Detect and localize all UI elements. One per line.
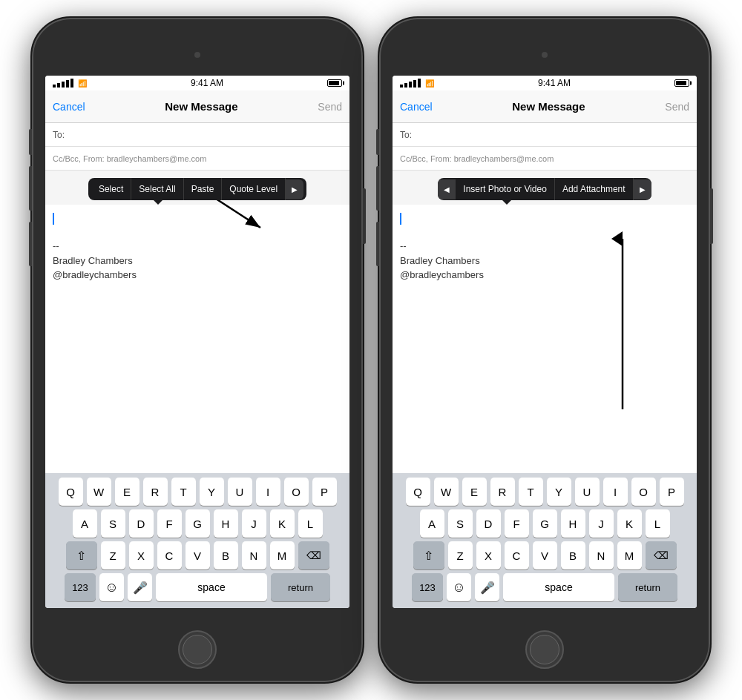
cc-field-right[interactable]: Cc/Bcc, From: bradleychambers@me.com [393, 147, 697, 171]
key-b-r[interactable]: B [561, 541, 585, 569]
key-t-r[interactable]: T [519, 478, 543, 506]
ctx-insert-photo[interactable]: Insert Photo or Video [456, 178, 555, 200]
home-button-right[interactable] [525, 630, 564, 669]
status-time-right: 9:41 AM [538, 78, 571, 88]
ctx-paste[interactable]: Paste [184, 178, 223, 200]
compose-area-right[interactable]: -- Bradley Chambers @bradleychambers [393, 205, 697, 473]
key-shift-right[interactable]: ⇧ [413, 541, 444, 569]
key-m[interactable]: M [270, 541, 295, 569]
key-x-r[interactable]: X [476, 541, 501, 569]
key-s-r[interactable]: S [448, 509, 473, 538]
key-e-r[interactable]: E [462, 478, 487, 506]
key-c[interactable]: C [157, 541, 182, 569]
key-y[interactable]: Y [200, 478, 224, 506]
key-a-r[interactable]: A [420, 509, 444, 538]
key-n[interactable]: N [242, 541, 266, 569]
to-field-left[interactable]: To: [45, 123, 349, 147]
key-u-r[interactable]: U [575, 478, 600, 506]
key-n-r[interactable]: N [589, 541, 614, 569]
key-123-right[interactable]: 123 [412, 573, 443, 601]
key-delete-left[interactable]: ⌫ [298, 541, 329, 569]
key-shift-left[interactable]: ⇧ [66, 541, 97, 569]
screen-left: 📶 9:41 AM Cancel New Message Send [45, 76, 349, 608]
compose-area-left[interactable]: -- Bradley Chambers @bradleychambers [45, 205, 349, 473]
key-w-r[interactable]: W [434, 478, 459, 506]
key-f-r[interactable]: F [505, 509, 529, 538]
key-s[interactable]: S [101, 509, 125, 538]
key-f[interactable]: F [157, 509, 182, 538]
key-l[interactable]: L [298, 509, 323, 538]
screen-right: 📶 9:41 AM Cancel New Message Send [393, 76, 697, 608]
signature-right: -- Bradley Chambers @bradleychambers [400, 239, 689, 283]
ctx-select[interactable]: Select [91, 178, 131, 200]
vol-down-button-right[interactable] [376, 222, 379, 266]
key-delete-right[interactable]: ⌫ [646, 541, 677, 569]
key-o[interactable]: O [284, 478, 309, 506]
key-g-r[interactable]: G [533, 509, 557, 538]
key-z-r[interactable]: Z [448, 541, 473, 569]
key-x[interactable]: X [129, 541, 154, 569]
key-m-r[interactable]: M [617, 541, 642, 569]
key-c-r[interactable]: C [505, 541, 529, 569]
key-k-r[interactable]: K [617, 509, 642, 538]
key-t[interactable]: T [171, 478, 196, 506]
cancel-button-right[interactable]: Cancel [400, 101, 433, 113]
power-button[interactable] [363, 188, 366, 244]
key-p-r[interactable]: P [660, 478, 684, 506]
key-z[interactable]: Z [101, 541, 125, 569]
vol-up-button[interactable] [29, 166, 32, 211]
send-button-right[interactable]: Send [665, 101, 689, 113]
key-emoji-left[interactable]: ☺ [99, 573, 124, 601]
key-h-r[interactable]: H [561, 509, 585, 538]
key-q[interactable]: Q [59, 478, 83, 506]
key-w[interactable]: W [87, 478, 111, 506]
nav-title-left: New Message [165, 100, 237, 113]
home-button-left[interactable] [178, 630, 217, 669]
key-u[interactable]: U [228, 478, 252, 506]
key-g[interactable]: G [186, 509, 210, 538]
key-y-r[interactable]: Y [547, 478, 571, 506]
key-b[interactable]: B [214, 541, 238, 569]
key-mic-left[interactable]: 🎤 [128, 573, 152, 601]
key-return-left[interactable]: return [271, 573, 330, 601]
cancel-button-left[interactable]: Cancel [53, 101, 85, 113]
context-menu-left: Select Select All Paste Quote Level ▶ [88, 178, 306, 200]
key-return-right[interactable]: return [618, 573, 677, 601]
key-p[interactable]: P [312, 478, 337, 506]
key-123-left[interactable]: 123 [65, 573, 96, 601]
key-v-r[interactable]: V [533, 541, 557, 569]
key-j-r[interactable]: J [589, 509, 614, 538]
key-space-left[interactable]: space [156, 573, 267, 601]
key-r-r[interactable]: R [490, 478, 515, 506]
key-i[interactable]: I [256, 478, 280, 506]
ctx-add-attachment[interactable]: Add Attachment [555, 178, 634, 200]
key-k[interactable]: K [270, 509, 295, 538]
to-field-right[interactable]: To: [393, 123, 697, 147]
key-d[interactable]: D [129, 509, 154, 538]
key-i-r[interactable]: I [603, 478, 628, 506]
ctx-arrow-right[interactable]: ▶ [286, 179, 303, 199]
cc-field-left[interactable]: Cc/Bcc, From: bradleychambers@me.com [45, 147, 349, 171]
key-o-r[interactable]: O [631, 478, 656, 506]
ctx-quote-level[interactable]: Quote Level [222, 178, 286, 200]
key-h[interactable]: H [214, 509, 238, 538]
key-l-r[interactable]: L [646, 509, 670, 538]
ctx-select-all[interactable]: Select All [131, 178, 183, 200]
vol-up-button-right[interactable] [376, 166, 379, 211]
key-emoji-right[interactable]: ☺ [447, 573, 471, 601]
power-button-right[interactable] [710, 188, 713, 244]
key-space-right[interactable]: space [503, 573, 614, 601]
key-e[interactable]: E [115, 478, 139, 506]
key-v[interactable]: V [186, 541, 210, 569]
key-mic-right[interactable]: 🎤 [475, 573, 499, 601]
key-r[interactable]: R [143, 478, 168, 506]
vol-down-button[interactable] [29, 222, 32, 266]
key-a[interactable]: A [73, 509, 97, 538]
send-button-left[interactable]: Send [318, 101, 342, 113]
status-left-right: 📶 [400, 79, 434, 88]
ctx-arrow-left-right[interactable]: ◀ [438, 179, 456, 199]
ctx-arrow-right-right[interactable]: ▶ [634, 179, 651, 199]
key-d-r[interactable]: D [476, 509, 501, 538]
key-j[interactable]: J [242, 509, 266, 538]
key-q-r[interactable]: Q [406, 478, 430, 506]
